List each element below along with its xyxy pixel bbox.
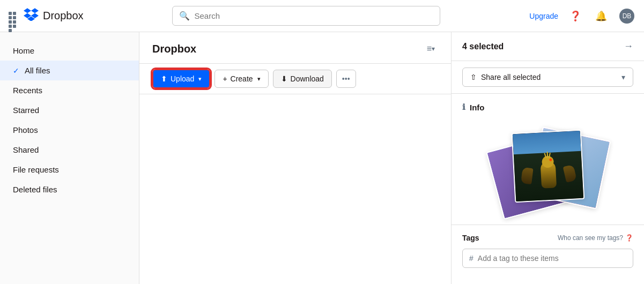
sidebar-item-recents[interactable]: Recents	[0, 80, 139, 100]
content-actions: ≡ ▾	[424, 41, 438, 57]
toolbar: ⬆ Upload ▾ + Create ▾ ⬇ Download •••	[139, 64, 451, 94]
search-input[interactable]	[194, 11, 433, 20]
create-chevron-icon: ▾	[257, 76, 261, 83]
content-area: Dropbox ≡ ▾ ⬆ Upload ▾ + Create ▾ ⬇ Do	[139, 32, 451, 284]
share-all-label: Share all selected	[481, 73, 541, 81]
notifications-button[interactable]: 🔔	[593, 8, 610, 25]
account-button[interactable]: DB	[618, 8, 635, 25]
tag-hash-symbol: #	[469, 254, 473, 263]
grid-menu-icon[interactable]	[9, 12, 17, 20]
upload-button[interactable]: ⬆ Upload ▾	[152, 69, 210, 88]
share-icon: ⇧	[470, 73, 477, 81]
sidebar-item-photos[interactable]: Photos	[0, 120, 139, 140]
info-label: Info	[470, 103, 485, 112]
topbar-right: Upgrade ❓ 🔔 DB	[529, 8, 635, 25]
close-panel-button[interactable]: →	[624, 41, 633, 52]
photos-label: Photos	[13, 125, 38, 134]
sidebar-item-starred[interactable]: Starred	[0, 100, 139, 120]
create-label: Create	[231, 74, 253, 83]
create-button[interactable]: + Create ▾	[214, 70, 268, 88]
tags-section: Tags Who can see my tags? ❓ #	[451, 225, 644, 276]
list-view-icon: ≡	[427, 44, 432, 54]
shared-label: Shared	[13, 145, 39, 154]
chevron-down-icon: ▾	[432, 45, 435, 53]
sidebar: Home ✓ All files Recents Starred Photos …	[0, 32, 139, 284]
tag-input-row[interactable]: #	[462, 249, 633, 268]
ellipsis-icon: •••	[342, 74, 350, 83]
download-button[interactable]: ⬇ Download	[273, 70, 332, 88]
dropbox-logo: Dropbox	[24, 8, 84, 24]
file-requests-label: File requests	[13, 165, 59, 174]
bell-icon: 🔔	[595, 10, 607, 22]
tags-help-link[interactable]: Who can see my tags? ❓	[558, 234, 633, 242]
check-icon: ✓	[13, 66, 19, 75]
info-icon: ℹ	[462, 102, 465, 112]
photos-stack	[462, 121, 633, 212]
upload-chevron-icon: ▾	[198, 76, 202, 83]
upload-label: Upload	[171, 74, 194, 83]
help-icon: ❓	[569, 10, 581, 22]
upgrade-link[interactable]: Upgrade	[529, 12, 558, 20]
share-all-button[interactable]: ⇧ Share all selected ▾	[462, 68, 633, 87]
home-label: Home	[13, 46, 34, 55]
selected-count: 4 selected	[462, 42, 504, 51]
starred-label: Starred	[13, 106, 39, 115]
content-body	[139, 94, 451, 284]
main-layout: Home ✓ All files Recents Starred Photos …	[0, 32, 644, 284]
page-title: Dropbox	[152, 43, 196, 55]
account-icon: DB	[619, 9, 634, 24]
photo-card-main	[511, 130, 584, 203]
share-chevron-icon: ▾	[621, 73, 625, 81]
recents-label: Recents	[13, 86, 42, 95]
dropbox-logo-text: Dropbox	[43, 10, 84, 22]
help-button[interactable]: ❓	[567, 8, 584, 25]
panel-header: 4 selected →	[451, 32, 644, 61]
share-btn-row: ⇧ Share all selected ▾	[451, 61, 644, 94]
tags-label: Tags	[462, 234, 479, 242]
tags-header: Tags Who can see my tags? ❓	[462, 234, 633, 242]
tags-help-icon: ❓	[625, 234, 633, 242]
sidebar-item-home[interactable]: Home	[0, 41, 139, 61]
sidebar-item-shared[interactable]: Shared	[0, 140, 139, 160]
right-panel: 4 selected → ⇧ Share all selected ▾ ℹ In…	[451, 32, 644, 284]
topbar: Dropbox 🔍 Upgrade ❓ 🔔 DB	[0, 0, 644, 32]
info-header: ℹ Info	[462, 102, 633, 112]
close-arrow-icon: →	[624, 41, 633, 52]
search-bar[interactable]: 🔍	[172, 6, 440, 26]
tag-input[interactable]	[478, 254, 626, 263]
download-label: Download	[291, 74, 324, 83]
content-header: Dropbox ≡ ▾	[139, 32, 451, 64]
info-section: ℹ Info	[451, 94, 644, 225]
deleted-files-label: Deleted files	[13, 185, 57, 194]
topbar-left: Dropbox	[9, 8, 84, 24]
tags-help-text: Who can see my tags?	[558, 234, 623, 242]
sidebar-item-file-requests[interactable]: File requests	[0, 160, 139, 180]
dropbox-icon	[24, 8, 39, 24]
sidebar-item-deleted-files[interactable]: Deleted files	[0, 180, 139, 199]
search-icon: 🔍	[179, 11, 190, 21]
download-icon: ⬇	[281, 74, 287, 83]
plus-icon: +	[223, 74, 227, 83]
all-files-label: All files	[25, 66, 50, 75]
sidebar-item-all-files[interactable]: ✓ All files	[0, 61, 139, 80]
view-options-button[interactable]: ≡ ▾	[424, 41, 438, 57]
more-options-button[interactable]: •••	[336, 70, 356, 88]
upload-icon: ⬆	[161, 74, 167, 83]
